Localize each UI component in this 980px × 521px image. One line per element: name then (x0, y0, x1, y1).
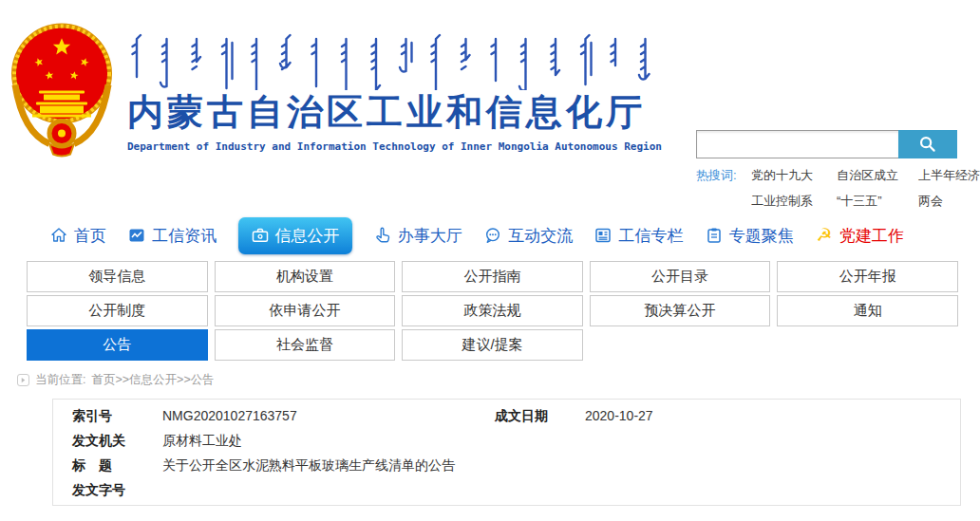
submenu-item-announcement[interactable]: 公告 (27, 329, 208, 361)
doc-field-value: 2020-10-27 (585, 403, 653, 428)
nav-item-info-disclosure[interactable]: 信息公开 (238, 217, 352, 254)
nav-item-news[interactable]: 工信资讯 (127, 225, 217, 247)
submenu-item-policy-law[interactable]: 政策法规 (402, 295, 583, 326)
submenu-item-annual-report[interactable]: 公开年报 (777, 261, 958, 292)
hot-keyword[interactable]: 两会 (918, 193, 980, 209)
hot-search-label: 热搜词: (696, 167, 751, 209)
hot-keyword[interactable]: “十三五” (837, 193, 918, 209)
doc-row: 索引号 NMG20201027163757 成文日期 2020-10-27 (53, 403, 960, 428)
clipboard-icon (705, 226, 724, 245)
nav-label: 党建工作 (839, 225, 904, 247)
briefcase-icon (251, 226, 270, 245)
submenu-item-on-request[interactable]: 依申请公开 (215, 295, 396, 326)
nav-item-topics[interactable]: 专题聚焦 (705, 225, 794, 247)
document-info-box: 索引号 NMG20201027163757 成文日期 2020-10-27 发文… (52, 399, 961, 506)
main-nav: 首页 工信资讯 信息公开 办事大厅 互动交流 (0, 214, 980, 257)
submenu-item-notice[interactable]: 通知 (777, 295, 958, 326)
doc-field-label: 成文日期 (495, 403, 585, 428)
submenu-item-open-catalog[interactable]: 公开目录 (590, 261, 771, 292)
doc-row: 标 题 关于公开全区水泥熟料平板玻璃生产线清单的公告 (53, 453, 960, 477)
nav-item-party-building[interactable]: ☭ 党建工作 (815, 225, 904, 247)
nav-label: 工信资讯 (152, 225, 217, 247)
submenu-item-budget[interactable]: 预决算公开 (590, 295, 771, 326)
site-subtitle-en: Department of Industry and Information T… (127, 140, 670, 153)
nav-item-service-hall[interactable]: 办事大厅 (373, 225, 462, 247)
breadcrumb-prefix: 当前位置: (35, 372, 85, 388)
nav-label: 办事大厅 (398, 225, 462, 247)
nav-label: 互动交流 (508, 225, 573, 247)
doc-field-label: 发文字号 (72, 477, 162, 502)
china-national-emblem-icon (8, 12, 116, 158)
nav-item-special-column[interactable]: 工信专栏 (594, 225, 683, 247)
submenu-grid: 领导信息 机构设置 公开指南 公开目录 公开年报 公开制度 依申请公开 政策法规… (27, 261, 958, 361)
submenu-item-leader-info[interactable]: 领导信息 (27, 261, 208, 292)
doc-field-value: 关于公开全区水泥熟料平板玻璃生产线清单的公告 (162, 453, 455, 477)
search-area (696, 130, 957, 158)
hot-keyword[interactable]: 党的十九大 (751, 167, 837, 183)
nav-label: 信息公开 (275, 225, 340, 247)
doc-row: 发文机关 原材料工业处 (53, 428, 960, 453)
doc-field-value: NMG20201027163757 (162, 403, 495, 428)
submenu-item-proposals[interactable]: 建议/提案 (402, 329, 583, 361)
doc-field-value: 原材料工业处 (162, 428, 242, 453)
doc-field-label: 发文机关 (72, 428, 162, 453)
doc-row: 发文字号 (53, 477, 960, 502)
nav-item-interaction[interactable]: 互动交流 (483, 225, 573, 247)
doc-field-label: 标 题 (72, 453, 162, 477)
hot-search: 热搜词: 党的十九大 自治区成立 上半年经济 工业控制系 “十三五” 两会 (696, 167, 980, 209)
submenu-item-open-guide[interactable]: 公开指南 (402, 261, 583, 292)
breadcrumb: 当前位置: 首页>>信息公开>>公告 (17, 372, 215, 388)
breadcrumb-path[interactable]: 首页>>信息公开>>公告 (91, 372, 214, 388)
search-button[interactable] (898, 130, 957, 158)
hand-pointer-icon (373, 226, 392, 245)
submenu-item-supervision[interactable]: 社会监督 (215, 329, 396, 361)
speech-bubble-icon (483, 226, 502, 245)
newspaper-icon (594, 226, 612, 245)
hot-keyword[interactable]: 工业控制系 (751, 193, 837, 209)
nav-item-home[interactable]: 首页 (49, 225, 106, 247)
search-icon (917, 134, 938, 155)
hot-keyword[interactable]: 上半年经济 (918, 167, 980, 183)
news-chart-icon (127, 226, 146, 245)
nav-label: 首页 (74, 225, 106, 247)
party-emblem-icon: ☭ (815, 226, 834, 245)
hot-keyword[interactable]: 自治区成立 (837, 167, 918, 183)
search-input[interactable] (696, 130, 898, 158)
site-title: 内蒙古自治区工业和信息化厅 (127, 91, 670, 133)
breadcrumb-arrow-icon (17, 374, 29, 386)
doc-field-label: 索引号 (72, 403, 162, 428)
brand-block: 内蒙古自治区工业和信息化厅 Department of Industry and… (127, 31, 670, 153)
home-icon (49, 226, 68, 245)
submenu-item-org-setup[interactable]: 机构设置 (215, 261, 396, 292)
nav-label: 专题聚焦 (729, 225, 794, 247)
submenu-item-open-system[interactable]: 公开制度 (27, 295, 208, 326)
mongolian-script (127, 31, 665, 90)
nav-label: 工信专栏 (618, 225, 683, 247)
